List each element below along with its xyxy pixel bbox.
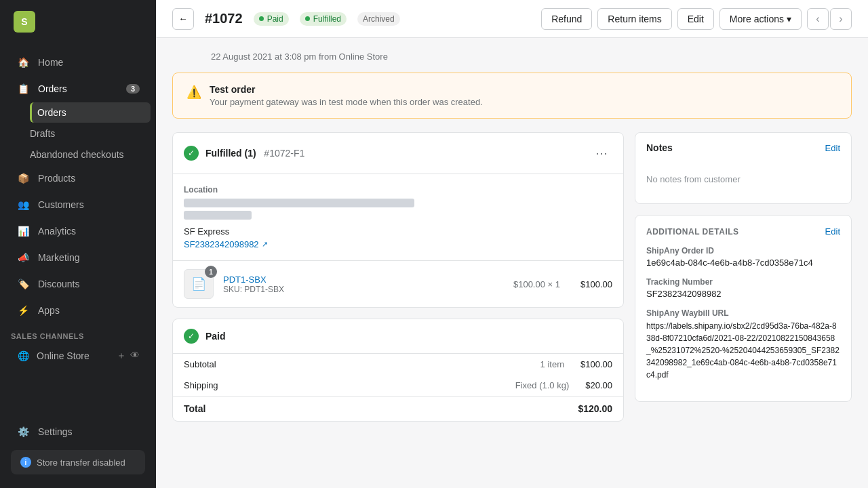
order-date: 22 August 2021 at 3:08 pm from Online St… <box>172 52 852 62</box>
online-store-label: Online Store <box>37 350 90 361</box>
paid-dot <box>259 16 264 21</box>
sidebar-logo: S <box>0 0 156 43</box>
back-button[interactable]: ← <box>172 8 194 30</box>
sidebar-item-orders[interactable]: 📋 Orders 3 <box>5 76 151 102</box>
shipany-order-id-value: 1e69c4ab-084c-4e6b-a4b8-7cd0358e71c4 <box>646 258 840 268</box>
total-row: Total $120.00 <box>173 396 623 421</box>
plus-icon[interactable]: ＋ <box>117 350 126 362</box>
fulfilled-check-icon: ✓ <box>184 146 199 161</box>
sidebar-item-label: Home <box>38 57 63 68</box>
store-transfer-banner[interactable]: i Store transfer disabled <box>11 450 145 474</box>
shipping-row: Shipping Fixed (1.0 kg) $20.00 <box>173 375 623 396</box>
sidebar-item-analytics[interactable]: 📊 Analytics <box>5 218 151 244</box>
sidebar-item-discounts[interactable]: 🏷️ Discounts <box>5 271 151 297</box>
no-notes-text: No notes from customer <box>646 174 741 184</box>
sales-channels-label: SALES CHANNELS <box>0 324 156 343</box>
product-thumbnail: 1 📄 <box>184 269 214 299</box>
sidebar-item-products[interactable]: 📦 Products <box>5 165 151 191</box>
product-name-link[interactable]: PDT1-SBX <box>223 274 267 285</box>
total-value: $120.00 <box>578 403 612 414</box>
sku-label: SKU: <box>223 285 244 294</box>
orders-badge: 3 <box>126 84 140 94</box>
prev-order-button[interactable]: ‹ <box>807 8 829 30</box>
external-link-icon: ↗ <box>262 240 268 249</box>
alert-description: Your payment gateway was in test mode wh… <box>210 97 483 107</box>
chevron-down-icon: ▾ <box>787 14 791 24</box>
test-order-alert: ⚠️ Test order Your payment gateway was i… <box>172 73 852 119</box>
sidebar-item-customers[interactable]: 👥 Customers <box>5 192 151 218</box>
sidebar-bottom: ⚙️ Settings i Store transfer disabled <box>0 410 156 488</box>
payment-title: Paid <box>205 331 612 342</box>
shopify-logo-icon: S <box>14 11 35 33</box>
shipping-label: Shipping <box>184 380 515 390</box>
additional-details-body: ADDITIONAL DETAILS Edit ShipAny Order ID… <box>635 216 851 401</box>
more-actions-label: More actions <box>730 14 784 24</box>
eye-icon[interactable]: 👁 <box>130 350 140 362</box>
product-info: PDT1-SBX SKU: PDT1-SBX <box>223 274 504 294</box>
warning-icon: ⚠️ <box>186 85 201 100</box>
subtotal-row: Subtotal 1 item $100.00 <box>173 354 623 375</box>
sidebar-item-label: Discounts <box>38 279 79 289</box>
topbar-actions: Refund Return items Edit More actions ▾ … <box>541 8 852 30</box>
subtotal-detail: 1 item <box>540 359 564 369</box>
product-sku: SKU: PDT1-SBX <box>223 285 504 294</box>
sidebar-nav: 🏠 Home 📋 Orders 3 Orders Drafts Abandone… <box>0 43 156 410</box>
sidebar-item-label: Marketing <box>38 252 79 263</box>
sidebar-item-orders-list[interactable]: Orders <box>30 102 151 123</box>
orders-subnav: Orders Drafts Abandoned checkouts <box>0 102 156 165</box>
return-items-button[interactable]: Return items <box>597 8 671 30</box>
sidebar-item-abandoned-checkouts[interactable]: Abandoned checkouts <box>30 144 151 165</box>
fulfilled-more-button[interactable]: ⋯ <box>591 142 612 164</box>
analytics-icon: 📊 <box>16 224 30 238</box>
tracking-number-value: SF2382342098982 <box>646 289 840 299</box>
tracking-number-item: Tracking Number SF2382342098982 <box>646 277 840 299</box>
waybill-url-item: ShipAny Waybill URL https://labels.shipa… <box>646 308 840 381</box>
store-transfer-label: Store transfer disabled <box>37 458 125 468</box>
refund-button[interactable]: Refund <box>541 8 592 30</box>
fulfilled-title: Fulfilled (1) #1072-F1 <box>205 148 584 159</box>
sidebar-item-home[interactable]: 🏠 Home <box>5 49 151 75</box>
notes-edit-link[interactable]: Edit <box>825 143 840 153</box>
main-content: ← #1072 Paid Fulfilled Archived Refund R… <box>156 0 868 488</box>
settings-icon: ⚙️ <box>16 425 30 439</box>
back-arrow-icon: ← <box>178 14 187 24</box>
additional-section-title: ADDITIONAL DETAILS <box>646 227 739 237</box>
alert-content: Test order Your payment gateway was in t… <box>210 84 483 107</box>
sidebar-item-apps[interactable]: ⚡ Apps <box>5 298 151 323</box>
sku-value: PDT1-SBX <box>244 285 284 294</box>
shipping-value: $20.00 <box>585 380 612 390</box>
sidebar-item-label: Apps <box>38 305 60 316</box>
marketing-icon: 📣 <box>16 251 30 264</box>
content-grid: ✓ Fulfilled (1) #1072-F1 ⋯ Location <box>172 132 852 422</box>
waybill-url-value: https://labels.shipany.io/sbx2/2cd95d3a-… <box>646 320 840 381</box>
paid-badge-label: Paid <box>267 14 283 24</box>
additional-section-header: ADDITIONAL DETAILS Edit <box>646 226 840 237</box>
next-order-button[interactable]: › <box>830 8 852 30</box>
fulfilled-card: ✓ Fulfilled (1) #1072-F1 ⋯ Location <box>172 132 624 308</box>
total-label: Total <box>184 403 578 414</box>
payment-card: ✓ Paid Subtotal 1 item $100.00 Shipping … <box>172 319 624 422</box>
right-panel: Notes Edit No notes from customer ADDITI… <box>635 132 852 422</box>
edit-button[interactable]: Edit <box>677 8 714 30</box>
fulfilled-card-header: ✓ Fulfilled (1) #1072-F1 ⋯ <box>173 133 623 174</box>
location-line-2 <box>184 211 252 220</box>
additional-details-edit-link[interactable]: Edit <box>825 226 840 237</box>
location-line-1 <box>184 199 414 207</box>
sidebar-item-settings[interactable]: ⚙️ Settings <box>5 419 151 445</box>
waybill-url-label: ShipAny Waybill URL <box>646 308 840 318</box>
order-number: #1072 <box>205 11 243 26</box>
home-icon: 🏠 <box>16 56 30 69</box>
tracking-link[interactable]: SF2382342098982 ↗ <box>184 239 612 249</box>
sidebar-item-label: Settings <box>38 426 73 437</box>
sidebar-item-marketing[interactable]: 📣 Marketing <box>5 245 151 270</box>
sidebar-item-online-store[interactable]: 🌐 Online Store ＋ 👁 <box>5 344 151 368</box>
sidebar-item-drafts[interactable]: Drafts <box>30 123 151 144</box>
discounts-icon: 🏷️ <box>16 277 30 291</box>
more-actions-button[interactable]: More actions ▾ <box>719 8 802 30</box>
location-label: Location <box>184 185 612 195</box>
sidebar-item-label: Orders <box>38 83 67 94</box>
pagination-arrows: ‹ › <box>807 8 852 30</box>
customers-icon: 👥 <box>16 198 30 211</box>
paid-badge: Paid <box>254 12 289 26</box>
alert-title: Test order <box>210 84 483 95</box>
